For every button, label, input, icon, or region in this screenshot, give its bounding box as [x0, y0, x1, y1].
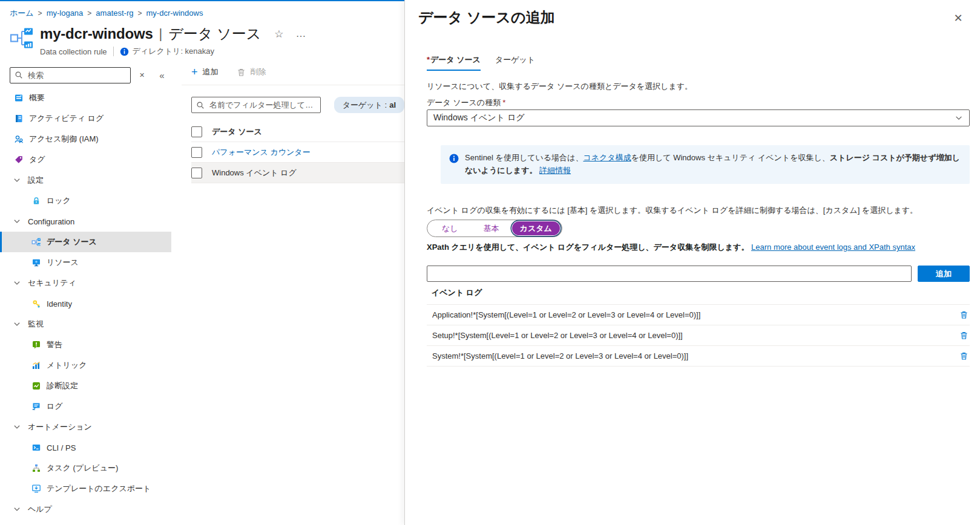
panel-title: データ ソースの追加 — [418, 8, 554, 27]
data-source-link[interactable]: Windows イベント ログ — [212, 168, 297, 178]
sidebar-item-label: タグ — [29, 154, 45, 165]
sidebar-item--[interactable]: 設定 — [0, 170, 171, 191]
sidebar-item-label: ヘルプ — [28, 504, 52, 515]
sidebar-item-label: オートメーション — [28, 422, 92, 432]
directory-label: ディレクトリ: kenakay — [133, 46, 214, 57]
sidebar-item-label: 概要 — [29, 93, 45, 103]
data-sources-icon — [31, 237, 41, 247]
tab-target[interactable]: ターゲット — [495, 54, 535, 71]
select-all-checkbox[interactable] — [191, 126, 202, 137]
sidebar-item--[interactable]: オートメーション — [0, 417, 171, 437]
sidebar-item--[interactable]: アクティビティ ログ — [0, 108, 171, 129]
favorite-icon[interactable]: ☆ — [274, 28, 283, 41]
delete-button[interactable]: 削除 — [237, 67, 266, 77]
sidebar-item--[interactable]: データ ソース — [0, 232, 171, 252]
sidebar-item--[interactable]: ロック — [0, 191, 171, 211]
sidebar-item--[interactable]: メトリック — [0, 355, 171, 376]
sidebar-search[interactable] — [10, 67, 131, 83]
sidebar-item-identity[interactable]: Identity — [0, 293, 171, 314]
panel-description: リソースについて、収集するデータ ソースの種類とデータを選択します。 — [427, 81, 970, 92]
chevron-down-icon — [13, 321, 21, 328]
sidebar-item-label: テンプレートのエクスポート — [47, 483, 151, 494]
toggle-option-なし[interactable]: なし — [429, 221, 471, 235]
sidebar-item-label: Configuration — [28, 217, 74, 226]
sidebar-item-label: タスク (プレビュー) — [47, 463, 118, 474]
column-header: データ ソース — [212, 126, 262, 137]
breadcrumb-link[interactable]: ホーム — [10, 8, 34, 18]
divider — [113, 47, 114, 56]
data-source-type-value: Windows イベント ログ — [433, 112, 525, 123]
connector-config-link[interactable]: コネクタ構成 — [583, 153, 631, 162]
sidebar-item-label: 警告 — [47, 339, 62, 350]
target-filter-pill[interactable]: ターゲット :al — [334, 97, 404, 113]
toggle-option-基本[interactable]: 基本 — [471, 221, 512, 235]
data-source-type-label: データ ソースの種類* — [427, 97, 505, 108]
breadcrumb-link[interactable]: amatest-rg — [96, 8, 133, 18]
sidebar-item-configuration[interactable]: Configuration — [0, 211, 171, 232]
sidebar-item-label: メトリック — [47, 360, 87, 371]
xpath-help-text: XPath クエリを使用して、イベント ログをフィルター処理し、データ収集を制限… — [427, 242, 970, 253]
sidebar-item-label: ロック — [47, 195, 71, 206]
name-filter[interactable] — [191, 97, 321, 113]
sidebar-item--[interactable]: タスク (プレビュー) — [0, 458, 171, 478]
xpath-query-input[interactable] — [427, 266, 912, 282]
table-row[interactable]: パフォーマンス カウンター — [191, 142, 404, 163]
resources-icon — [31, 258, 41, 267]
sidebar-item--[interactable]: セキュリティ — [0, 273, 171, 293]
name-filter-input[interactable] — [208, 100, 316, 110]
add-button[interactable]: + 追加 — [191, 67, 219, 77]
chevron-down-icon — [13, 506, 21, 513]
event-log-row: Application!*[System[(Level=1 or Level=2… — [427, 305, 970, 325]
sidebar-item-label: 監視 — [28, 319, 44, 330]
xpath-syntax-link[interactable]: Learn more about event logs and XPath sy… — [751, 243, 915, 252]
learn-more-link[interactable]: 詳細情報 — [539, 166, 571, 175]
sidebar-item--[interactable]: ヘルプ — [0, 499, 171, 520]
breadcrumb-separator: > — [137, 9, 142, 18]
table-row[interactable]: Windows イベント ログ — [191, 163, 404, 183]
access-control-icon — [14, 134, 24, 144]
clear-search-icon[interactable]: ✕ — [139, 71, 145, 79]
search-icon — [196, 101, 205, 109]
add-xpath-button[interactable]: 追加 — [918, 266, 970, 282]
chevron-down-icon — [13, 218, 21, 225]
tab-data-source[interactable]: *データ ソース — [427, 54, 481, 71]
sidebar-item-cli-ps[interactable]: CLI / PS — [0, 437, 171, 458]
alerts-icon — [31, 340, 41, 350]
sidebar-search-input[interactable] — [27, 70, 126, 80]
row-checkbox[interactable] — [191, 147, 202, 158]
sidebar-item--[interactable]: 警告 — [0, 334, 171, 355]
tasks-icon — [31, 463, 41, 473]
sidebar: ✕ « 概要アクティビティ ログアクセス制御 (IAM)タグ設定ロックConfi… — [0, 63, 171, 525]
delete-event-log-icon[interactable] — [958, 350, 970, 362]
sidebar-item--[interactable]: ログ — [0, 396, 171, 417]
sidebar-item--[interactable]: 概要 — [0, 88, 171, 108]
event-log-row: Setup!*[System[(Level=1 or Level=2 or Le… — [427, 325, 970, 346]
event-log-row: System!*[System[(Level=1 or Level=2 or L… — [427, 346, 970, 367]
toggle-option-カスタム[interactable]: カスタム — [512, 221, 560, 235]
sidebar-item--[interactable]: 診断設定 — [0, 376, 171, 396]
sidebar-item--[interactable]: タグ — [0, 149, 171, 170]
chevron-down-icon — [13, 423, 21, 431]
banner-text: Sentinel を使用している場合は、コネクタ構成を使用して Windows … — [465, 152, 961, 177]
sidebar-item--[interactable]: 監視 — [0, 314, 171, 334]
sidebar-item--[interactable]: テンプレートのエクスポート — [0, 478, 171, 499]
data-source-link[interactable]: パフォーマンス カウンター — [212, 147, 311, 158]
data-source-type-select[interactable]: Windows イベント ログ — [427, 109, 970, 126]
delete-event-log-icon[interactable] — [958, 330, 970, 341]
close-icon[interactable]: ✕ — [951, 11, 965, 25]
more-icon[interactable]: … — [295, 28, 307, 40]
breadcrumb-link[interactable]: my-dcr-windows — [146, 8, 203, 18]
page-title-suffix: データ ソース — [168, 24, 261, 44]
sidebar-item-label: ログ — [47, 401, 63, 412]
sidebar-item--iam-[interactable]: アクセス制御 (IAM) — [0, 129, 171, 149]
breadcrumb-link[interactable]: my-logana — [47, 8, 84, 18]
breadcrumb: ホーム>my-logana>amatest-rg>my-dcr-windows — [10, 8, 203, 19]
sidebar-item--[interactable]: リソース — [0, 252, 171, 273]
export-template-icon — [31, 484, 41, 494]
table-header-row: データ ソース — [191, 122, 404, 142]
event-log-query: System!*[System[(Level=1 or Level=2 or L… — [432, 351, 688, 360]
collapse-sidebar-icon[interactable]: « — [159, 70, 164, 80]
delete-event-log-icon[interactable] — [958, 309, 970, 321]
overview-icon — [14, 93, 24, 103]
row-checkbox[interactable] — [191, 168, 202, 178]
